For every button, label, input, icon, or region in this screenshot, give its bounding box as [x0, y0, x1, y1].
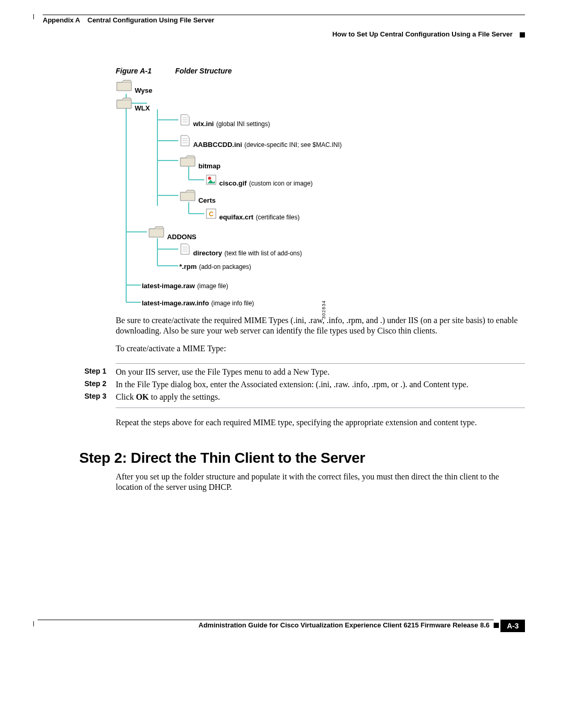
step-number: Step 1: [84, 367, 116, 377]
figure-label: Figure A-1: [116, 67, 173, 75]
tree-ciscogif: cisco.gif: [219, 179, 247, 187]
tree-latestraw: latest-image.raw: [142, 282, 195, 290]
subheader-text: How to Set Up Central Configuration Usin…: [332, 30, 512, 38]
tree-directory: directory: [193, 249, 222, 257]
tree-macini: AABBCCDD.ini: [193, 141, 242, 149]
step-row: Step 1 On your IIS server, use the File …: [84, 367, 525, 377]
appendix-label: Appendix A: [43, 16, 80, 24]
section-body: After you set up the folder structure an…: [116, 472, 525, 492]
file-icon: [179, 134, 191, 147]
tree-equifax: equifax.crt: [219, 213, 253, 221]
body-para-1: Be sure to create/activate the required …: [116, 315, 525, 336]
footer-title: Administration Guide for Cisco Virtualiz…: [38, 621, 494, 629]
step-number: Step 2: [84, 379, 116, 390]
step-text: On your IIS server, use the File Types m…: [116, 367, 525, 377]
tree-bitmap: bitmap: [198, 162, 221, 170]
svg-text:C: C: [209, 211, 214, 218]
step-row: Step 2 In the File Type dialog box, ente…: [84, 379, 525, 390]
body-paragraphs: Be sure to create/activate the required …: [116, 315, 525, 354]
file-icon: [179, 114, 191, 126]
step-text: In the File Type dialog box, enter the A…: [116, 379, 525, 390]
body-para-2: To create/activate a MIME Type:: [116, 343, 525, 354]
figure-title: Folder Structure: [175, 67, 232, 75]
tree-latestraw-note: (image file): [197, 282, 228, 290]
step-text: Click OK to apply the settings.: [116, 392, 525, 402]
page-subheader: How to Set Up Central Configuration Usin…: [38, 30, 525, 38]
file-icon: [179, 243, 191, 255]
tree-macini-note: (device-specific INI; see $MAC.INI): [244, 141, 342, 149]
tree-rpm: *.rpm: [179, 263, 197, 270]
folder-icon: [116, 96, 132, 110]
tree-latestinfo: latest-image.raw.info: [142, 299, 209, 307]
steps-block: Step 1 On your IIS server, use the File …: [84, 363, 525, 408]
chapter-title: Central Configuration Using File Server: [88, 16, 214, 24]
cert-file-icon: C: [205, 208, 217, 219]
tree-equifax-note: (certificate files): [256, 214, 300, 221]
svg-point-24: [208, 177, 211, 180]
tree-directory-note: (text file with list of add-ons): [225, 250, 302, 257]
figure-id-number: 302834: [321, 300, 326, 319]
folder-icon: [179, 188, 196, 203]
tree-wlxini-note: (global INI settings): [216, 120, 270, 128]
page-footer: Administration Guide for Cisco Virtualiz…: [38, 620, 525, 629]
folder-icon: [179, 154, 196, 168]
folder-tree-diagram: Wyse WLX wlx.ini (global INI settings) A…: [116, 78, 525, 315]
image-file-icon: [205, 174, 217, 186]
page-header: Appendix A Central Configuration Using F…: [43, 16, 525, 24]
folder-icon: [116, 78, 132, 93]
step-row: Step 3 Click OK to apply the settings.: [84, 392, 525, 402]
section-heading: Step 2: Direct the Thin Client to the Se…: [79, 450, 525, 466]
tree-certs: Certs: [198, 196, 215, 204]
tree-addons: ADDONS: [167, 233, 196, 241]
page-number: A-3: [500, 620, 525, 632]
body-para-3: Repeat the steps above for each required…: [116, 417, 525, 428]
folder-icon: [148, 225, 165, 239]
tree-wlx: WLX: [134, 104, 150, 112]
section-para: After you set up the folder structure an…: [116, 472, 525, 492]
tree-wlxini: wlx.ini: [193, 120, 214, 128]
step-number: Step 3: [84, 392, 116, 402]
tree-latestinfo-note: (image info file): [211, 300, 254, 307]
figure-caption: Figure A-1 Folder Structure: [116, 67, 525, 75]
tree-ciscogif-note: (custom icon or image): [249, 180, 313, 187]
footer-square-icon: [494, 623, 499, 628]
tree-wyse: Wyse: [134, 87, 152, 94]
body-paragraphs-2: Repeat the steps above for each required…: [116, 417, 525, 428]
tree-rpm-note: (add-on packages): [199, 263, 251, 270]
header-square-icon: [520, 32, 525, 38]
